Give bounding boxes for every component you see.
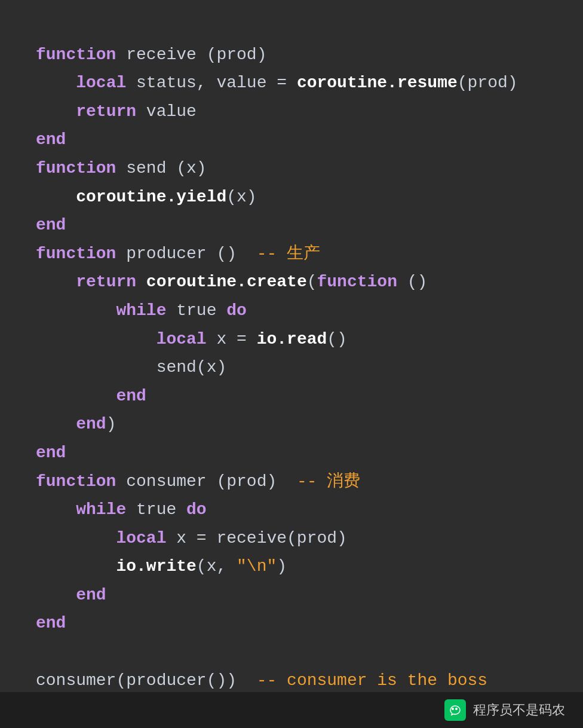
- keyword-local-2: local: [157, 330, 207, 348]
- keyword-end-2: end: [36, 216, 66, 234]
- code-normal: x =: [207, 330, 257, 348]
- code-normal: status, value =: [126, 74, 297, 92]
- keyword-do-2: do: [186, 500, 207, 519]
- code-normal: [136, 273, 146, 291]
- keyword-while-2: while: [76, 500, 126, 519]
- keyword-local-1: local: [76, 74, 126, 92]
- keyword-end-7: end: [36, 614, 66, 632]
- svg-point-1: [455, 708, 458, 710]
- code-normal: [36, 415, 76, 433]
- code-normal: [36, 330, 157, 348]
- code-normal: (x,: [197, 557, 237, 576]
- keyword-end-3: end: [116, 387, 146, 405]
- keyword-end-5: end: [36, 443, 66, 462]
- keyword-function-4: function: [317, 273, 397, 291]
- code-fn-4: io.read: [257, 330, 327, 348]
- code-normal: ): [106, 415, 116, 433]
- keyword-return-1: return: [76, 102, 136, 121]
- keyword-function-5: function: [36, 472, 116, 491]
- keyword-end-1: end: [36, 130, 66, 149]
- footer-label: 程序员不是码农: [473, 699, 565, 721]
- code-fn: coroutine.resume: [297, 74, 458, 92]
- keyword-return-2: return: [76, 273, 136, 291]
- code-normal: true: [166, 301, 226, 320]
- code-fn-3: coroutine.create: [146, 273, 307, 291]
- code-normal: consumer (prod): [116, 472, 296, 491]
- code-normal: (: [307, 273, 317, 291]
- comment-consume: -- 消费: [297, 472, 360, 491]
- keyword-while-1: while: [116, 301, 166, 320]
- code-normal: true: [126, 500, 186, 519]
- keyword-function-1: function: [36, 45, 116, 64]
- code-fn-2: coroutine.yield: [76, 188, 226, 206]
- string-newline: "\n": [237, 557, 277, 576]
- keyword-do-1: do: [226, 301, 247, 320]
- code-normal: producer (): [116, 244, 256, 263]
- code-normal: [36, 529, 116, 547]
- code-display: function receive (prod) local status, va…: [36, 12, 565, 695]
- code-normal: value: [136, 102, 197, 121]
- footer-bar: 程序员不是码农: [0, 692, 583, 728]
- code-normal: consumer(producer()): [36, 671, 257, 690]
- code-fn-5: io.write: [116, 557, 196, 576]
- wechat-icon: [444, 699, 466, 721]
- comment-produce: -- 生产: [257, 244, 320, 263]
- code-normal: [36, 273, 76, 291]
- keyword-end-4: end: [76, 415, 106, 433]
- keyword-end-6: end: [76, 586, 106, 604]
- keyword-function-3: function: [36, 244, 116, 263]
- keyword-function-2: function: [36, 159, 116, 178]
- code-normal: (x): [226, 188, 256, 206]
- code-normal: [36, 500, 76, 519]
- keyword-local-3: local: [116, 529, 166, 547]
- svg-point-0: [452, 708, 454, 710]
- comment-boss: -- consumer is the boss: [257, 671, 487, 690]
